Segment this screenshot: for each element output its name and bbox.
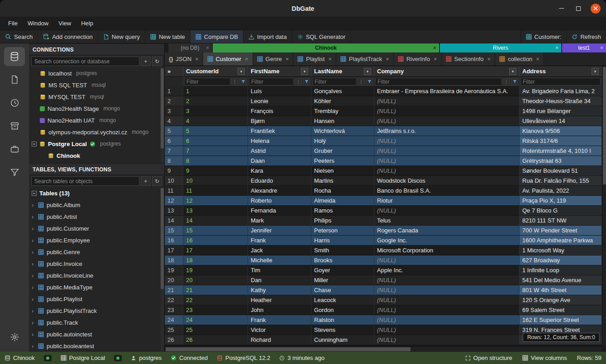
- filter-menu-icon[interactable]: ⋮: [503, 78, 510, 85]
- data-cell[interactable]: Holý: [311, 136, 374, 146]
- filter-input-customerid[interactable]: [184, 78, 230, 85]
- sidebar-item-files[interactable]: [4, 70, 25, 89]
- data-cell[interactable]: 69 Salem Street: [520, 305, 602, 315]
- table-row[interactable]: 88DaanPeeters(NULL)Grétrystraat 63: [165, 156, 602, 166]
- table-item-public-customer[interactable]: ›public.Customer: [29, 222, 164, 234]
- row-number-cell[interactable]: 8: [165, 156, 183, 166]
- row-number-cell[interactable]: 7: [165, 146, 183, 156]
- table-item-public-genre[interactable]: ›public.Genre: [29, 246, 164, 258]
- data-cell[interactable]: Rocha: [311, 186, 374, 196]
- column-dropdown-icon[interactable]: ▾: [509, 68, 516, 75]
- table-row[interactable]: 11LuísGonçalvesEmbraer - Empresa Brasile…: [165, 86, 602, 96]
- data-cell[interactable]: Philips: [311, 216, 374, 226]
- row-number-cell[interactable]: 19: [165, 265, 183, 275]
- tables-refresh-button[interactable]: ↻: [152, 176, 162, 186]
- data-cell[interactable]: Ralston: [311, 315, 374, 325]
- data-cell[interactable]: (NULL): [374, 315, 520, 325]
- table-row[interactable]: 1818MichelleBrooks(NULL)627 Broadway: [165, 255, 602, 265]
- data-cell[interactable]: Chase: [311, 285, 374, 295]
- data-cell[interactable]: 25: [183, 325, 248, 335]
- data-cell[interactable]: Microsoft Corporation: [374, 246, 520, 255]
- data-cell[interactable]: Michelle: [248, 255, 311, 265]
- row-number-cell[interactable]: 2: [165, 96, 183, 106]
- filter-input-address[interactable]: [520, 78, 601, 85]
- table-item-public-album[interactable]: ›public.Album: [29, 199, 164, 211]
- data-cell[interactable]: Grétrystraat 63: [520, 156, 602, 166]
- tables-scrollbar[interactable]: [161, 188, 164, 351]
- data-cell[interactable]: 26: [183, 335, 248, 345]
- data-cell[interactable]: 19: [183, 265, 248, 275]
- data-cell[interactable]: Banco do Brasil S.A.: [374, 186, 520, 196]
- data-cell[interactable]: Embraer - Empresa Brasileira de Aeronáut…: [374, 86, 520, 96]
- data-cell[interactable]: Praça Pio X, 119: [520, 196, 602, 206]
- data-cell[interactable]: 1 Infinite Loop: [520, 265, 602, 275]
- column-header-lastname[interactable]: LastName▾: [311, 66, 374, 77]
- column-dropdown-icon[interactable]: ▾: [238, 68, 245, 75]
- table-item-public-invoice[interactable]: ›public.Invoice: [29, 258, 164, 269]
- connections-refresh-button[interactable]: ↻: [152, 57, 162, 66]
- data-cell[interactable]: 5: [183, 126, 248, 136]
- data-cell[interactable]: Miller: [311, 275, 374, 285]
- add-table-plus-button[interactable]: +: [141, 176, 151, 186]
- data-cell[interactable]: Gruber: [311, 146, 374, 156]
- column-header-customerid[interactable]: CustomerId▾: [183, 66, 248, 77]
- data-cell[interactable]: 17: [183, 246, 248, 255]
- horizontal-scrollbar[interactable]: [165, 346, 602, 352]
- data-cell[interactable]: JetBrains s.r.o.: [374, 126, 520, 136]
- collapse-icon[interactable]: −: [32, 191, 37, 196]
- filter-funnel-icon[interactable]: [366, 78, 373, 85]
- row-number-cell[interactable]: 9: [165, 166, 183, 176]
- data-cell[interactable]: Heather: [248, 295, 311, 305]
- table-row[interactable]: 66HelenaHolý(NULL)Rilská 3174/6: [165, 136, 602, 146]
- data-cell[interactable]: (NULL): [374, 275, 520, 285]
- data-cell[interactable]: Tremblay: [311, 106, 374, 116]
- data-cell[interactable]: Telus: [374, 216, 520, 226]
- data-cell[interactable]: Köhler: [311, 96, 374, 106]
- table-item-public-employee[interactable]: ›public.Employee: [29, 234, 164, 246]
- status-view-columns[interactable]: View columns: [522, 355, 567, 361]
- filter-funnel-icon[interactable]: [239, 78, 247, 85]
- tab-genre[interactable]: Genre×: [253, 52, 294, 66]
- data-cell[interactable]: 700 W Pender Street: [520, 226, 602, 236]
- data-cell[interactable]: Nielsen: [311, 166, 374, 176]
- filter-input-lastname[interactable]: [312, 78, 357, 85]
- filter-input-company[interactable]: [375, 78, 502, 85]
- data-cell[interactable]: Gordon: [311, 305, 374, 315]
- data-cell[interactable]: 1600 Amphitheatre Parkwa: [520, 236, 602, 246]
- close-icon[interactable]: ×: [600, 45, 603, 51]
- data-cell[interactable]: Mark: [248, 216, 311, 226]
- toolbar-compare-db-button[interactable]: Compare DB: [191, 30, 243, 43]
- data-cell[interactable]: 12: [183, 196, 248, 206]
- table-item-public-autoinctest[interactable]: ›public.autoinctest: [29, 328, 164, 340]
- sidebar-item-plugins[interactable]: [4, 139, 25, 158]
- data-cell[interactable]: Frank: [248, 315, 311, 325]
- data-cell[interactable]: 14: [183, 216, 248, 226]
- data-cell[interactable]: Tim: [248, 265, 311, 275]
- table-item-public-track[interactable]: ›public.Track: [29, 317, 164, 328]
- data-cell[interactable]: Theodor-Heuss-Straße 34: [520, 96, 602, 106]
- row-number-cell[interactable]: 1: [165, 86, 183, 96]
- tab-riverinfo[interactable]: RiverInfo×: [394, 52, 442, 66]
- data-cell[interactable]: 4: [183, 116, 248, 126]
- table-row[interactable]: 99KaraNielsen(NULL)Sønder Boulevard 51: [165, 166, 602, 176]
- filter-menu-icon[interactable]: ⋮: [295, 78, 302, 85]
- tab-sectioninfo[interactable]: SectionInfo×: [442, 52, 496, 66]
- connection-item-chinook[interactable]: Chinook: [29, 150, 164, 161]
- menu-item-view[interactable]: View: [54, 18, 76, 28]
- sidebar-item-filters[interactable]: [4, 162, 25, 181]
- table-row[interactable]: 1313FernandaRamos(NULL)Qe 7 Bloco G: [165, 206, 602, 216]
- row-number-cell[interactable]: 12: [165, 196, 183, 206]
- toolbar-sql-generator-button[interactable]: SQL Generator: [292, 30, 351, 43]
- data-cell[interactable]: Peterson: [311, 226, 374, 236]
- data-cell[interactable]: Ullevålsveien 14: [520, 116, 602, 126]
- close-icon[interactable]: ×: [286, 56, 289, 62]
- toolbar-new-table-button[interactable]: New table: [145, 30, 191, 43]
- sidebar-item-database[interactable]: [4, 47, 25, 66]
- table-row[interactable]: 1919TimGoyerApple Inc.1 Infinite Loop: [165, 265, 602, 275]
- row-number-cell[interactable]: 3: [165, 106, 183, 116]
- data-cell[interactable]: Klanova 9/506: [520, 126, 602, 136]
- row-number-cell[interactable]: 6: [165, 136, 183, 146]
- data-cell[interactable]: Riotur: [374, 196, 520, 206]
- table-row[interactable]: 77AstridGruber(NULL)Rotenturmstraße 4, 1…: [165, 146, 602, 156]
- table-row[interactable]: 2222HeatherLeacock(NULL)120 S Orange Ave: [165, 295, 602, 305]
